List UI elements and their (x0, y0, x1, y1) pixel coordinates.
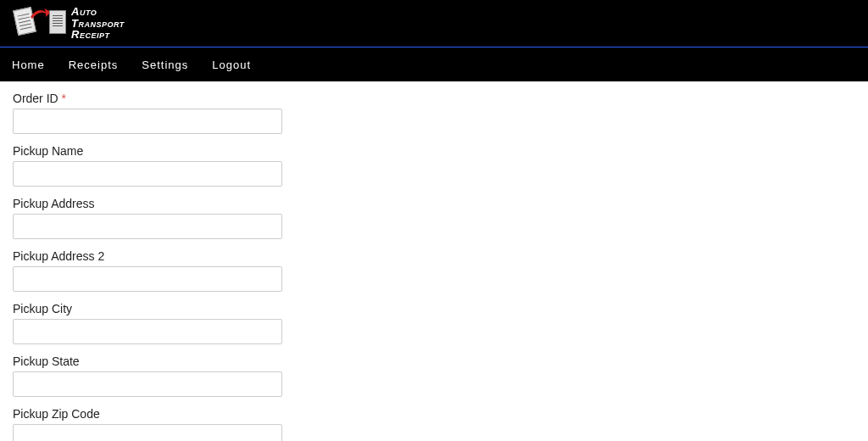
pickup-zip-label: Pickup Zip Code (13, 407, 855, 421)
order-id-label: Order ID * (13, 92, 855, 105)
header-bar: Auto Transport Receipt (0, 0, 868, 47)
brand-text: Auto Transport Receipt (71, 6, 125, 41)
pickup-name-label: Pickup Name (13, 144, 855, 158)
pickup-name-field[interactable] (13, 161, 282, 187)
nav-home[interactable]: Home (0, 47, 57, 81)
brand-line2: Transport (71, 18, 125, 30)
brand-line3: Receipt (71, 29, 125, 41)
pickup-city-label: Pickup City (13, 302, 855, 315)
nav-settings[interactable]: Settings (130, 47, 200, 81)
pickup-address-2-field[interactable] (13, 266, 282, 292)
nav-logout[interactable]: Logout (200, 47, 263, 81)
pickup-zip-field[interactable] (13, 424, 282, 441)
nav-receipts[interactable]: Receipts (57, 47, 131, 81)
main-nav: Home Receipts Settings Logout (0, 47, 868, 81)
pickup-address-field[interactable] (13, 214, 282, 239)
logo-graphic-icon (15, 7, 66, 39)
pickup-state-label: Pickup State (13, 354, 855, 368)
order-id-field[interactable] (13, 109, 282, 134)
brand-logo[interactable]: Auto Transport Receipt (15, 6, 125, 41)
pickup-address-2-label: Pickup Address 2 (13, 249, 855, 263)
receipt-form: Order ID * Pickup Name Pickup Address Pi… (0, 81, 868, 441)
brand-line1: Auto (71, 6, 125, 18)
pickup-city-field[interactable] (13, 319, 282, 344)
pickup-state-field[interactable] (13, 371, 282, 397)
pickup-address-label: Pickup Address (13, 197, 855, 210)
required-asterisk: * (62, 92, 66, 105)
